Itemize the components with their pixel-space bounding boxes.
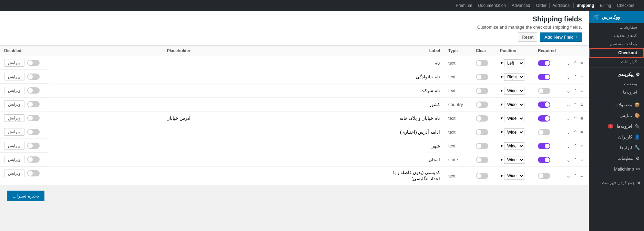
nav-premium[interactable]: Premium [453, 3, 475, 8]
move-down-btn-4[interactable]: ⌄ [565, 101, 572, 108]
required-toggle-8[interactable] [538, 157, 550, 163]
drag-handle-btn-2[interactable]: ≡ [579, 74, 584, 80]
move-up-btn-7[interactable]: ⌃ [572, 143, 579, 150]
move-down-btn-9[interactable]: ⌄ [565, 172, 572, 179]
sidebar-item-reports[interactable]: گزارشات [589, 58, 644, 66]
nav-documentation[interactable]: Documentation [475, 3, 509, 8]
move-down-btn-5[interactable]: ⌄ [565, 115, 572, 122]
edit-button-8[interactable]: ویرایش [4, 156, 24, 163]
sidebar-collapse[interactable]: ◀ جمع کردن فهرست [589, 177, 644, 188]
clear-toggle-3[interactable] [476, 88, 488, 94]
required-toggle-6[interactable] [538, 129, 550, 135]
position-select-3[interactable]: LeftRightWide [504, 87, 524, 95]
sidebar-item-plugins[interactable]: 🔌 افزونه‌ها 1 [589, 121, 644, 132]
edit-button-7[interactable]: ویرایش [4, 142, 24, 150]
disabled-toggle-4[interactable] [27, 101, 40, 107]
label-cell-7: شهر [195, 139, 444, 153]
edit-button-1[interactable]: ویرایش [4, 59, 24, 67]
sidebar-item-appearance[interactable]: 🎨 نمایش [589, 110, 644, 121]
position-select-6[interactable]: LeftRightWide [504, 128, 524, 136]
clear-toggle-9[interactable] [476, 173, 488, 179]
sidebar-item-tools[interactable]: 🔧 ابزارها [589, 142, 644, 153]
move-down-btn-8[interactable]: ⌄ [565, 156, 572, 163]
add-new-field-button[interactable]: Add New Field + [540, 32, 582, 42]
reset-button[interactable]: Reset [518, 32, 537, 42]
drag-handle-btn-8[interactable]: ≡ [579, 156, 584, 163]
sidebar-item-extensions[interactable]: افزونه‌ها [589, 88, 644, 96]
sidebar-item-payment[interactable]: پرداخت مستقیم [589, 40, 644, 48]
sidebar-item-settings[interactable]: ⚙ تنظیمات [589, 153, 644, 164]
disabled-toggle-9[interactable] [27, 170, 40, 176]
move-down-btn-2[interactable]: ⌄ [565, 74, 572, 80]
move-down-btn-1[interactable]: ⌄ [565, 60, 572, 67]
nav-advanced[interactable]: Advanced [509, 3, 533, 8]
position-select-2[interactable]: LeftRightWide [504, 73, 524, 81]
sidebar-item-pikarbandi[interactable]: ⚙ پیکربندی [589, 69, 644, 80]
nav-order[interactable]: Order [533, 3, 550, 8]
position-select-9[interactable]: LeftRightWide [504, 172, 524, 180]
sidebar-item-status[interactable]: وضعیت [589, 80, 644, 88]
move-down-btn-6[interactable]: ⌄ [565, 129, 572, 136]
move-up-btn-6[interactable]: ⌃ [572, 129, 579, 136]
drag-handle-btn-3[interactable]: ≡ [579, 87, 584, 94]
position-select-8[interactable]: LeftRightWide [504, 156, 524, 164]
position-select-4[interactable]: LeftRightWide [504, 101, 524, 108]
clear-toggle-7[interactable] [476, 143, 488, 149]
sidebar-item-checkout[interactable]: Checkout [589, 48, 644, 58]
position-select-1[interactable]: LeftRightWide [504, 59, 524, 67]
required-toggle-9[interactable] [538, 173, 550, 179]
edit-button-6[interactable]: ویرایش [4, 128, 24, 136]
nav-additional[interactable]: Additional [550, 3, 574, 8]
required-toggle-3[interactable] [538, 88, 550, 94]
move-up-btn-1[interactable]: ⌃ [572, 60, 579, 67]
clear-toggle-6[interactable] [476, 129, 488, 135]
move-down-btn-3[interactable]: ⌄ [565, 87, 572, 94]
drag-handle-btn-6[interactable]: ≡ [579, 129, 584, 136]
position-select-5[interactable]: LeftRightWide [504, 115, 524, 122]
save-button[interactable]: ذخیره تغییرات [7, 191, 44, 201]
nav-billing[interactable]: Billing [597, 3, 614, 8]
disabled-toggle-3[interactable] [27, 87, 40, 94]
clear-toggle-2[interactable] [476, 74, 488, 80]
move-down-btn-7[interactable]: ⌄ [565, 143, 572, 150]
edit-button-3[interactable]: ویرایش [4, 87, 24, 94]
move-up-btn-3[interactable]: ⌃ [572, 87, 579, 94]
required-toggle-1[interactable] [538, 60, 550, 66]
required-toggle-5[interactable] [538, 115, 550, 122]
move-up-btn-9[interactable]: ⌃ [572, 172, 579, 179]
sidebar-item-products[interactable]: 📦 محصولات [589, 99, 644, 110]
sidebar-item-users[interactable]: 👤 کاربران [589, 132, 644, 142]
sidebar-item-mailchimp[interactable]: ✉ Mailchimp [589, 164, 644, 174]
disabled-toggle-2[interactable] [27, 74, 40, 80]
edit-button-9[interactable]: ویرایش [4, 170, 24, 177]
clear-toggle-1[interactable] [476, 60, 488, 66]
disabled-toggle-7[interactable] [27, 143, 40, 149]
disabled-toggle-8[interactable] [27, 156, 40, 163]
drag-handle-btn-1[interactable]: ≡ [579, 60, 584, 67]
clear-toggle-4[interactable] [476, 102, 488, 108]
required-toggle-4[interactable] [538, 102, 550, 108]
edit-button-5[interactable]: ویرایش [4, 114, 24, 122]
edit-button-2[interactable]: ویرایش [4, 73, 24, 80]
drag-handle-btn-4[interactable]: ≡ [579, 101, 584, 108]
disabled-toggle-6[interactable] [27, 129, 40, 135]
clear-toggle-8[interactable] [476, 157, 488, 163]
nav-shipping[interactable]: Shipping [574, 3, 597, 8]
move-up-btn-8[interactable]: ⌃ [572, 156, 579, 163]
sidebar-item-orders[interactable]: سفارشات [589, 23, 644, 31]
clear-toggle-5[interactable] [476, 115, 488, 122]
nav-checkout[interactable]: Checkout [614, 3, 637, 8]
required-toggle-2[interactable] [538, 74, 550, 80]
move-up-btn-5[interactable]: ⌃ [572, 115, 579, 122]
required-toggle-7[interactable] [538, 143, 550, 149]
edit-button-4[interactable]: ویرایش [4, 100, 24, 108]
move-up-btn-4[interactable]: ⌃ [572, 101, 579, 108]
drag-handle-btn-7[interactable]: ≡ [579, 143, 584, 150]
disabled-toggle-5[interactable] [27, 115, 40, 121]
drag-handle-btn-5[interactable]: ≡ [579, 115, 584, 122]
position-select-7[interactable]: LeftRightWide [504, 142, 524, 150]
move-up-btn-2[interactable]: ⌃ [572, 74, 579, 80]
disabled-toggle-1[interactable] [27, 60, 40, 66]
drag-handle-btn-9[interactable]: ≡ [579, 172, 584, 179]
sidebar-item-coupons[interactable]: کدهای تخفیف [589, 31, 644, 40]
